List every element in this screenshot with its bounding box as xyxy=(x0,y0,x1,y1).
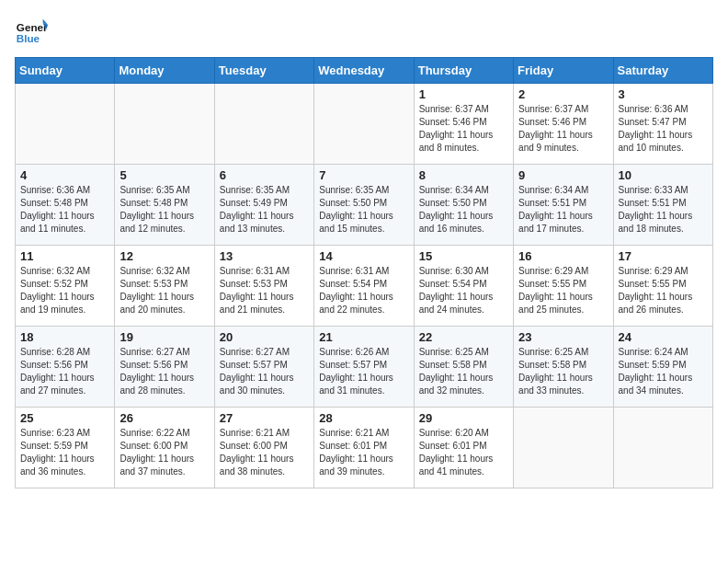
day-number: 3 xyxy=(619,87,708,101)
day-cell: 16Sunrise: 6:29 AM Sunset: 5:55 PM Dayli… xyxy=(514,246,613,327)
day-info: Sunrise: 6:24 AM Sunset: 5:59 PM Dayligh… xyxy=(619,346,708,397)
day-number: 18 xyxy=(20,330,109,344)
day-cell: 5Sunrise: 6:35 AM Sunset: 5:48 PM Daylig… xyxy=(115,165,214,246)
day-cell xyxy=(115,84,214,165)
page-header: General Blue xyxy=(15,15,713,48)
day-info: Sunrise: 6:32 AM Sunset: 5:52 PM Dayligh… xyxy=(20,265,109,316)
day-cell xyxy=(613,408,712,488)
day-info: Sunrise: 6:35 AM Sunset: 5:48 PM Dayligh… xyxy=(119,184,209,236)
day-number: 14 xyxy=(319,249,408,263)
day-cell: 13Sunrise: 6:31 AM Sunset: 5:53 PM Dayli… xyxy=(214,246,313,327)
day-info: Sunrise: 6:30 AM Sunset: 5:54 PM Dayligh… xyxy=(419,265,508,316)
day-number: 29 xyxy=(419,411,508,425)
logo: General Blue xyxy=(15,15,48,48)
col-header-saturday: Saturday xyxy=(613,58,712,84)
day-cell: 29Sunrise: 6:20 AM Sunset: 6:01 PM Dayli… xyxy=(414,408,513,488)
logo-icon: General Blue xyxy=(15,15,48,48)
day-info: Sunrise: 6:28 AM Sunset: 5:56 PM Dayligh… xyxy=(20,346,109,397)
day-info: Sunrise: 6:35 AM Sunset: 5:49 PM Dayligh… xyxy=(220,184,309,236)
day-cell xyxy=(16,84,115,165)
day-number: 2 xyxy=(518,87,608,101)
day-number: 25 xyxy=(20,411,109,425)
col-header-friday: Friday xyxy=(514,58,613,84)
day-info: Sunrise: 6:21 AM Sunset: 6:01 PM Dayligh… xyxy=(319,427,408,478)
calendar-header-row: SundayMondayTuesdayWednesdayThursdayFrid… xyxy=(16,58,713,84)
day-cell: 10Sunrise: 6:33 AM Sunset: 5:51 PM Dayli… xyxy=(613,165,712,246)
day-cell: 14Sunrise: 6:31 AM Sunset: 5:54 PM Dayli… xyxy=(314,246,414,327)
day-number: 20 xyxy=(220,330,309,344)
day-cell: 27Sunrise: 6:21 AM Sunset: 6:00 PM Dayli… xyxy=(214,408,313,488)
day-info: Sunrise: 6:37 AM Sunset: 5:46 PM Dayligh… xyxy=(419,103,508,155)
day-number: 27 xyxy=(220,411,309,425)
day-cell: 9Sunrise: 6:34 AM Sunset: 5:51 PM Daylig… xyxy=(514,165,613,246)
col-header-sunday: Sunday xyxy=(16,58,115,84)
col-header-thursday: Thursday xyxy=(414,58,513,84)
day-cell: 20Sunrise: 6:27 AM Sunset: 5:57 PM Dayli… xyxy=(214,327,313,408)
day-info: Sunrise: 6:34 AM Sunset: 5:50 PM Dayligh… xyxy=(419,184,508,236)
day-cell: 22Sunrise: 6:25 AM Sunset: 5:58 PM Dayli… xyxy=(414,327,513,408)
week-row-3: 11Sunrise: 6:32 AM Sunset: 5:52 PM Dayli… xyxy=(16,246,713,327)
col-header-monday: Monday xyxy=(115,58,214,84)
day-info: Sunrise: 6:34 AM Sunset: 5:51 PM Dayligh… xyxy=(518,184,608,236)
week-row-2: 4Sunrise: 6:36 AM Sunset: 5:48 PM Daylig… xyxy=(16,165,713,246)
day-info: Sunrise: 6:20 AM Sunset: 6:01 PM Dayligh… xyxy=(419,427,508,478)
day-number: 28 xyxy=(319,411,408,425)
day-number: 22 xyxy=(419,330,508,344)
day-cell: 23Sunrise: 6:25 AM Sunset: 5:58 PM Dayli… xyxy=(514,327,613,408)
day-number: 13 xyxy=(220,249,309,263)
day-info: Sunrise: 6:31 AM Sunset: 5:53 PM Dayligh… xyxy=(220,265,309,316)
day-cell: 24Sunrise: 6:24 AM Sunset: 5:59 PM Dayli… xyxy=(613,327,712,408)
day-number: 26 xyxy=(119,411,209,425)
day-info: Sunrise: 6:29 AM Sunset: 5:55 PM Dayligh… xyxy=(619,265,708,316)
day-info: Sunrise: 6:31 AM Sunset: 5:54 PM Dayligh… xyxy=(319,265,408,316)
day-number: 8 xyxy=(419,168,508,182)
day-info: Sunrise: 6:32 AM Sunset: 5:53 PM Dayligh… xyxy=(119,265,209,316)
day-number: 6 xyxy=(220,168,309,182)
day-number: 24 xyxy=(619,330,708,344)
day-number: 1 xyxy=(419,87,508,101)
col-header-tuesday: Tuesday xyxy=(214,58,313,84)
day-info: Sunrise: 6:25 AM Sunset: 5:58 PM Dayligh… xyxy=(518,346,608,397)
week-row-1: 1Sunrise: 6:37 AM Sunset: 5:46 PM Daylig… xyxy=(16,84,713,165)
day-cell: 2Sunrise: 6:37 AM Sunset: 5:46 PM Daylig… xyxy=(514,84,613,165)
day-number: 12 xyxy=(119,249,209,263)
day-cell: 11Sunrise: 6:32 AM Sunset: 5:52 PM Dayli… xyxy=(16,246,115,327)
week-row-5: 25Sunrise: 6:23 AM Sunset: 5:59 PM Dayli… xyxy=(16,408,713,488)
day-info: Sunrise: 6:23 AM Sunset: 5:59 PM Dayligh… xyxy=(20,427,109,478)
day-cell: 1Sunrise: 6:37 AM Sunset: 5:46 PM Daylig… xyxy=(414,84,513,165)
day-cell xyxy=(314,84,414,165)
day-info: Sunrise: 6:27 AM Sunset: 5:56 PM Dayligh… xyxy=(119,346,209,397)
day-number: 9 xyxy=(518,168,608,182)
day-info: Sunrise: 6:29 AM Sunset: 5:55 PM Dayligh… xyxy=(518,265,608,316)
day-info: Sunrise: 6:25 AM Sunset: 5:58 PM Dayligh… xyxy=(419,346,508,397)
day-number: 16 xyxy=(518,249,608,263)
title-block xyxy=(48,15,713,17)
day-info: Sunrise: 6:36 AM Sunset: 5:48 PM Dayligh… xyxy=(20,184,109,236)
day-info: Sunrise: 6:36 AM Sunset: 5:47 PM Dayligh… xyxy=(619,103,708,155)
day-cell: 17Sunrise: 6:29 AM Sunset: 5:55 PM Dayli… xyxy=(613,246,712,327)
day-cell: 6Sunrise: 6:35 AM Sunset: 5:49 PM Daylig… xyxy=(214,165,313,246)
day-info: Sunrise: 6:22 AM Sunset: 6:00 PM Dayligh… xyxy=(119,427,209,478)
day-number: 7 xyxy=(319,168,408,182)
day-info: Sunrise: 6:37 AM Sunset: 5:46 PM Dayligh… xyxy=(518,103,608,155)
day-number: 21 xyxy=(319,330,408,344)
day-info: Sunrise: 6:33 AM Sunset: 5:51 PM Dayligh… xyxy=(619,184,708,236)
col-header-wednesday: Wednesday xyxy=(314,58,414,84)
day-cell: 19Sunrise: 6:27 AM Sunset: 5:56 PM Dayli… xyxy=(115,327,214,408)
day-cell: 28Sunrise: 6:21 AM Sunset: 6:01 PM Dayli… xyxy=(314,408,414,488)
day-cell: 25Sunrise: 6:23 AM Sunset: 5:59 PM Dayli… xyxy=(16,408,115,488)
day-cell: 18Sunrise: 6:28 AM Sunset: 5:56 PM Dayli… xyxy=(16,327,115,408)
day-number: 15 xyxy=(419,249,508,263)
day-cell: 26Sunrise: 6:22 AM Sunset: 6:00 PM Dayli… xyxy=(115,408,214,488)
svg-text:Blue: Blue xyxy=(17,32,40,44)
day-info: Sunrise: 6:21 AM Sunset: 6:00 PM Dayligh… xyxy=(220,427,309,478)
calendar-table: SundayMondayTuesdayWednesdayThursdayFrid… xyxy=(15,57,713,488)
day-cell: 12Sunrise: 6:32 AM Sunset: 5:53 PM Dayli… xyxy=(115,246,214,327)
day-cell xyxy=(214,84,313,165)
day-cell: 15Sunrise: 6:30 AM Sunset: 5:54 PM Dayli… xyxy=(414,246,513,327)
day-number: 4 xyxy=(20,168,109,182)
day-number: 23 xyxy=(518,330,608,344)
week-row-4: 18Sunrise: 6:28 AM Sunset: 5:56 PM Dayli… xyxy=(16,327,713,408)
day-cell xyxy=(514,408,613,488)
day-number: 5 xyxy=(119,168,209,182)
